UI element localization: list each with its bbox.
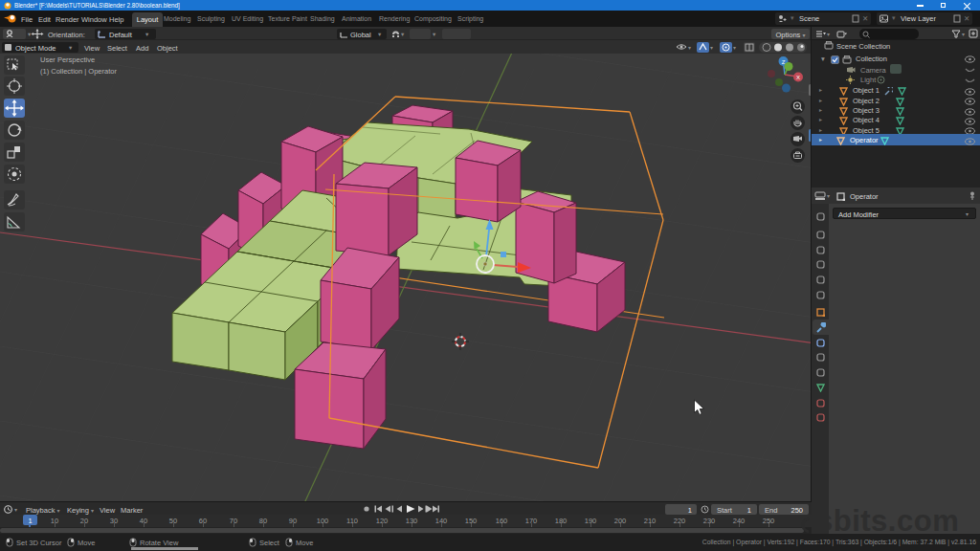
svg-text:Z: Z	[782, 59, 786, 65]
svg-text:X: X	[796, 75, 800, 80]
